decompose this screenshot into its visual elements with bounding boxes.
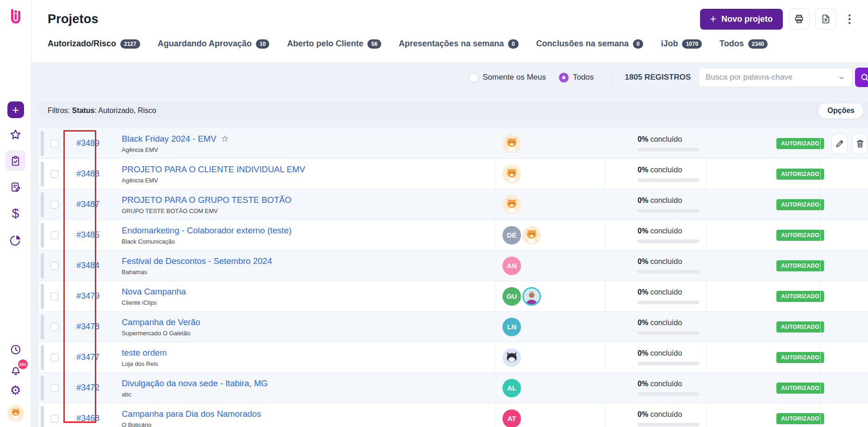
- filters-bar: Filtros: Status: Autorizado, Risco Opçõe…: [39, 102, 868, 119]
- divider: [612, 69, 613, 86]
- tab-4[interactable]: Conclusões na semana0: [536, 39, 644, 49]
- table-row: #3484Festival de Descontos - Setembro 20…: [39, 251, 868, 281]
- sidebar-item-notifications[interactable]: 331: [9, 364, 22, 377]
- delete-button[interactable]: [852, 133, 868, 154]
- edit-button[interactable]: [831, 133, 848, 154]
- export-excel-button[interactable]: [815, 8, 837, 30]
- star-icon: [9, 128, 22, 141]
- avatar-initials: LN: [502, 318, 521, 336]
- project-title-link[interactable]: PROJETO PARA O CLIENTE INDIVIDUAL EMV: [122, 164, 305, 175]
- project-title-link[interactable]: Endomarketing - Colaborador externo (tes…: [122, 226, 291, 236]
- tab-3[interactable]: Apresentações na semana0: [399, 39, 519, 49]
- row-checkbox[interactable]: [50, 292, 59, 301]
- sidebar-item-projects[interactable]: [6, 151, 26, 171]
- project-title-link[interactable]: Campanha para Dia dos Namorados: [122, 409, 261, 419]
- project-client: Bahamas: [122, 269, 496, 276]
- tab-count-badge: 0: [508, 39, 519, 49]
- project-title-link[interactable]: Nova Campanha: [122, 287, 186, 297]
- progress-text: 0% concluído: [638, 166, 707, 174]
- row-checkbox[interactable]: [50, 414, 59, 423]
- project-id-link[interactable]: #3489: [76, 138, 99, 148]
- sidebar-item-favorites[interactable]: [6, 124, 26, 144]
- tab-label: Todos: [719, 39, 744, 49]
- row-color-strip: [41, 314, 44, 339]
- project-id-link[interactable]: #3484: [76, 261, 99, 270]
- tab-6[interactable]: Todos2340: [719, 39, 768, 49]
- sidebar-add-button[interactable]: +: [7, 101, 24, 118]
- project-title-link[interactable]: Campanha de Verão: [122, 317, 200, 327]
- table-row: #3468Campanha para Dia dos NamoradosO Bo…: [39, 403, 868, 427]
- more-options-button[interactable]: ⋮: [842, 13, 857, 25]
- progress-bar: [638, 423, 700, 427]
- tab-label: Aberto pelo Cliente: [287, 39, 363, 49]
- sidebar-profile-avatar[interactable]: [7, 405, 24, 421]
- row-checkbox[interactable]: [50, 170, 59, 178]
- sidebar-item-finance[interactable]: $: [6, 203, 26, 224]
- search-input[interactable]: [699, 68, 852, 87]
- project-client: Agência EMV: [122, 146, 496, 153]
- row-checkbox[interactable]: [50, 262, 59, 270]
- sidebar-item-briefings[interactable]: [6, 177, 26, 197]
- project-title-link[interactable]: Black Friday 2024 - EMV: [122, 134, 217, 144]
- radio-all[interactable]: Todos: [559, 73, 594, 82]
- app-logo: [7, 6, 25, 29]
- sidebar-item-reports[interactable]: [6, 230, 26, 250]
- project-title-link[interactable]: teste ordem: [122, 348, 167, 358]
- row-checkbox[interactable]: [50, 231, 59, 239]
- table-row: #3472Divulgação da nova sede - Itabira, …: [39, 373, 868, 403]
- project-id-link[interactable]: #3477: [76, 352, 99, 362]
- filters-text: Filtros: Status: Autorizado, Risco: [48, 107, 156, 115]
- search-button[interactable]: [855, 68, 868, 87]
- progress-text: 0% concluído: [638, 380, 707, 388]
- project-id-link[interactable]: #3488: [76, 169, 99, 178]
- tab-label: iJob: [661, 39, 678, 49]
- radio-only-mine[interactable]: Somente os Meus: [469, 73, 546, 82]
- row-color-strip: [41, 406, 44, 427]
- radio-circle-checked[interactable]: [559, 73, 569, 82]
- tab-count-badge: 2127: [120, 39, 140, 49]
- cat-avatar-icon: [524, 227, 539, 243]
- row-color-strip: [41, 223, 44, 248]
- row-color-strip: [41, 376, 44, 401]
- row-checkbox[interactable]: [50, 353, 59, 362]
- options-button[interactable]: Opções: [818, 103, 863, 119]
- table-row: #3477teste ordemLoja dos Reis0% concluíd…: [39, 342, 868, 373]
- favorite-star-icon[interactable]: ☆: [221, 134, 229, 143]
- project-id-link[interactable]: #3478: [76, 322, 99, 331]
- row-checkbox[interactable]: [50, 384, 59, 392]
- print-button[interactable]: [788, 8, 810, 30]
- plus-icon: +: [710, 13, 716, 25]
- project-id-link[interactable]: #3472: [76, 383, 99, 392]
- project-title-link[interactable]: Divulgação da nova sede - Itabira, MG: [122, 378, 268, 389]
- cat-avatar: [502, 195, 521, 214]
- row-checkbox[interactable]: [50, 139, 59, 148]
- sidebar: + $ 331 ⚙: [0, 0, 31, 427]
- row-color-strip: [41, 162, 44, 187]
- project-id-link[interactable]: #3468: [76, 414, 99, 423]
- row-checkbox[interactable]: [50, 323, 59, 331]
- document-edit-icon: [10, 181, 22, 193]
- project-id-link[interactable]: #3487: [76, 200, 99, 209]
- row-checkbox[interactable]: [50, 201, 59, 209]
- project-id-link[interactable]: #3485: [76, 230, 99, 239]
- tab-count-badge: 56: [367, 39, 381, 49]
- chevron-down-icon[interactable]: [837, 74, 846, 82]
- tab-1[interactable]: Aguardando Aprovação10: [158, 39, 270, 49]
- tab-0[interactable]: Autorizado/Risco2127: [48, 39, 140, 49]
- search-icon: [860, 72, 868, 82]
- radio-circle-unchecked[interactable]: [469, 73, 478, 82]
- tab-2[interactable]: Aberto pelo Cliente56: [287, 39, 381, 49]
- project-title-link[interactable]: Festival de Descontos - Setembro 2024: [122, 256, 272, 266]
- progress-text: 0% concluído: [638, 410, 707, 419]
- assignees: LN: [496, 312, 605, 342]
- new-project-button[interactable]: + Novo projeto: [700, 9, 783, 30]
- clock-icon: [10, 344, 22, 356]
- cat-avatar: [502, 348, 521, 367]
- progress-bar: [638, 392, 700, 396]
- tab-5[interactable]: iJob1070: [661, 39, 702, 49]
- project-id-link[interactable]: #3479: [76, 291, 99, 301]
- black-cat-avatar-icon: [504, 350, 520, 365]
- sidebar-item-settings[interactable]: ⚙: [10, 384, 21, 397]
- sidebar-item-history[interactable]: [10, 344, 22, 356]
- project-title-link[interactable]: PROJETO PARA O GRUPO TESTE BOTÃO: [122, 195, 291, 205]
